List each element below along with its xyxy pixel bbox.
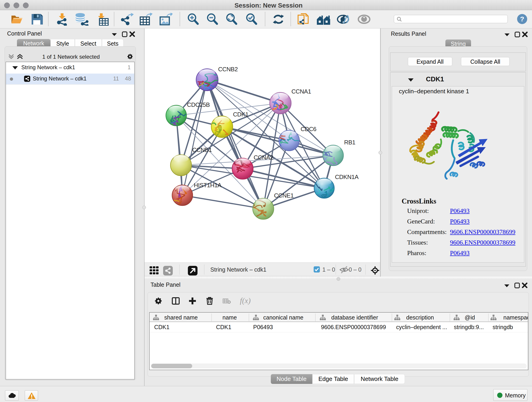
svg-text:CCNB2: CCNB2 [218, 66, 238, 73]
svg-text:CDC25B: CDC25B [187, 101, 210, 108]
svg-text:?: ? [520, 15, 524, 23]
svg-text:CCNA2: CCNA2 [254, 154, 273, 161]
svg-text:CDKN1A: CDKN1A [335, 173, 359, 180]
svg-text:CCNE1: CCNE1 [274, 192, 294, 199]
svg-text:CDC6: CDC6 [301, 126, 317, 133]
svg-text:HIST1H1A: HIST1H1A [194, 182, 222, 189]
svg-text:CCNA1: CCNA1 [291, 88, 311, 95]
svg-text:CCNB1: CCNB1 [192, 147, 212, 153]
svg-text:CDK1: CDK1 [233, 111, 248, 118]
svg-text:RB1: RB1 [344, 139, 355, 146]
